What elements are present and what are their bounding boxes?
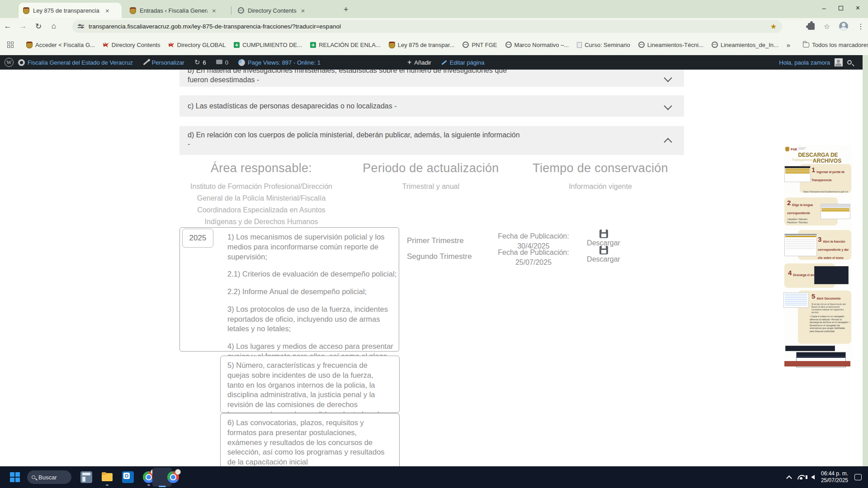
accordion-c-text: c) Las estadísticas de personas desapare… <box>188 102 396 110</box>
accordion-row-d[interactable]: d) En relación con los cuerpos de policí… <box>179 126 684 155</box>
extensions-icon[interactable] <box>808 23 815 30</box>
bookmark-directory-contents[interactable]: Directory Contents <box>103 42 160 48</box>
time: 06:44 p. m. <box>821 470 848 477</box>
step-2-thumbnail <box>821 204 850 219</box>
date: 25/07/2025 <box>821 477 848 484</box>
site-settings-icon[interactable] <box>78 25 84 28</box>
all-bookmarks-button[interactable]: Todos los marcadores <box>803 42 868 48</box>
running-indicator <box>106 484 108 486</box>
system-tray: 06:44 p. m. 25/07/2025 <box>787 466 868 488</box>
admin-add-new[interactable]: +Añadir <box>407 58 431 66</box>
outlook-icon[interactable] <box>122 471 134 483</box>
close-tab-icon[interactable]: × <box>105 7 109 14</box>
toolbar-right: ☆ ⋮ <box>808 18 864 34</box>
crest-icon <box>785 147 789 151</box>
globe-icon <box>712 42 718 48</box>
tab-entradas[interactable]: Entradas ‹ Fiscalía General del E × <box>125 3 229 18</box>
pie-chart-icon <box>238 59 245 66</box>
chevron-down-icon[interactable] <box>665 74 671 80</box>
admin-edit-page[interactable]: Editar página <box>441 59 485 66</box>
wordpress-logo-icon[interactable]: W <box>5 58 14 67</box>
notification-icon[interactable] <box>854 474 862 480</box>
window-controls: – × <box>822 0 865 16</box>
minimize-button[interactable]: – <box>822 5 826 12</box>
updates-icon: ↻ <box>194 58 200 66</box>
list-item: 2.1) Criterios de evaluación de desempeñ… <box>227 269 400 279</box>
bookmark-ley875[interactable]: Ley 875 de transpar... <box>389 42 455 48</box>
admin-customize-link[interactable]: Personalizar <box>143 59 184 66</box>
calculator-icon[interactable] <box>80 471 92 483</box>
forward-button[interactable]: → <box>15 22 31 31</box>
tab-title: Ley 875 de transparencia fracci <box>33 7 101 14</box>
tab-directory[interactable]: Directory Contents × <box>233 3 337 18</box>
browser-bar-thumbnail <box>785 346 835 351</box>
globe-icon <box>505 42 512 48</box>
search-icon[interactable] <box>847 60 852 65</box>
wp-admin-bar: W Fiscalía General del Estado de Veracru… <box>0 55 863 70</box>
admin-page-views[interactable]: Page Views: 897 - Online: 1 <box>238 59 321 66</box>
tab-strip: Ley 875 de transparencia fracci × Entrad… <box>0 0 868 18</box>
apps-grid-icon[interactable] <box>7 42 14 48</box>
maroon-bar <box>784 361 850 366</box>
document-icon <box>577 42 582 48</box>
back-button[interactable]: ← <box>0 22 15 31</box>
bookmark-cumplimiento[interactable]: CUMPLIMIENTO DE... <box>234 42 302 48</box>
clock[interactable]: 06:44 p. m. 25/07/2025 <box>821 470 848 484</box>
volume-icon[interactable] <box>811 475 815 479</box>
close-tab-icon[interactable]: × <box>212 7 216 14</box>
browser-menu-icon[interactable]: ⋮ <box>857 22 864 31</box>
chevron-down-icon[interactable] <box>665 102 671 108</box>
close-window-button[interactable]: × <box>856 4 860 12</box>
admin-site-link[interactable]: Fiscalía General del Estado de Veracruz <box>18 59 133 66</box>
bird-icon <box>103 42 109 47</box>
comments-icon <box>216 60 222 64</box>
bookmark-acceder[interactable]: Acceder < Fiscalía G... <box>26 42 95 48</box>
new-tab-button[interactable]: + <box>344 5 349 14</box>
bookmark-pnt-fge[interactable]: PNT FGE <box>462 42 497 48</box>
dashboard-icon <box>18 59 25 66</box>
avatar <box>835 58 843 66</box>
period-label: Primer Trimestre <box>407 236 464 245</box>
tray-chevron-icon[interactable] <box>786 475 792 481</box>
fge-favicon <box>26 42 33 48</box>
network-icon[interactable] <box>797 475 805 479</box>
extension-star-icon[interactable]: ☆ <box>824 22 830 31</box>
chevron-up-icon[interactable] <box>665 136 671 142</box>
maximize-button[interactable] <box>839 6 843 10</box>
sheet-icon <box>234 42 240 48</box>
admin-comments[interactable]: 0 <box>216 59 228 66</box>
tab-ley-875[interactable]: Ley 875 de transparencia fracci × <box>19 3 122 18</box>
profile-avatar[interactable] <box>839 22 848 31</box>
url-text[interactable]: transparencia.fiscaliaveracruz.gob.mx/le… <box>89 23 766 30</box>
admin-updates[interactable]: ↻6 <box>194 58 206 66</box>
greeting[interactable]: Hola, paola zamora <box>779 59 830 66</box>
year-tab-2025[interactable]: 2025 <box>182 229 213 248</box>
admin-account[interactable]: Hola, paola zamora <box>779 58 852 66</box>
accordion-row-b[interactable]: b) En materia de investigaciones ministe… <box>179 70 684 87</box>
taskbar-search[interactable]: Buscar <box>27 470 71 484</box>
bookmark-relacion[interactable]: RELACIÓN DE ENLA... <box>310 42 381 48</box>
pencil-icon <box>441 60 447 65</box>
start-button[interactable] <box>10 472 20 482</box>
download-link[interactable]: Descargar <box>581 246 626 263</box>
step-1-thumbnail <box>784 166 811 182</box>
accordion-row-c[interactable]: c) Las estadísticas de personas desapare… <box>179 95 684 117</box>
bookmark-directory-global[interactable]: Directory GLOBAL <box>169 42 226 48</box>
bookmark-lineamientos-tecni[interactable]: Lineamientos-Técni... <box>638 42 703 48</box>
bookmark-lineamientos-de-in[interactable]: Lineamientos_de_In... <box>712 42 778 48</box>
fge-favicon <box>389 42 395 48</box>
bookmark-curso-seminario[interactable]: Curso: Seminario <box>577 42 630 48</box>
chrome-active-icon[interactable] <box>167 471 179 483</box>
search-icon <box>32 475 35 479</box>
reload-button[interactable]: ↻ <box>31 22 46 31</box>
bookmark-marco-normativo[interactable]: Marco Normativo –... <box>505 42 569 48</box>
file-explorer-icon[interactable] <box>101 471 113 483</box>
close-tab-icon[interactable]: × <box>301 7 305 14</box>
tiempo-value: Información vigente <box>519 181 682 192</box>
tab-title: Directory Contents <box>248 7 297 14</box>
bookmarks-overflow-button[interactable]: » <box>787 41 790 49</box>
home-button[interactable]: ⌂ <box>46 22 61 31</box>
bookmark-star-icon[interactable]: ★ <box>770 22 777 31</box>
address-bar[interactable]: transparencia.fiscaliaveracruz.gob.mx/le… <box>72 20 782 33</box>
download-link[interactable]: Descargar <box>581 230 626 247</box>
